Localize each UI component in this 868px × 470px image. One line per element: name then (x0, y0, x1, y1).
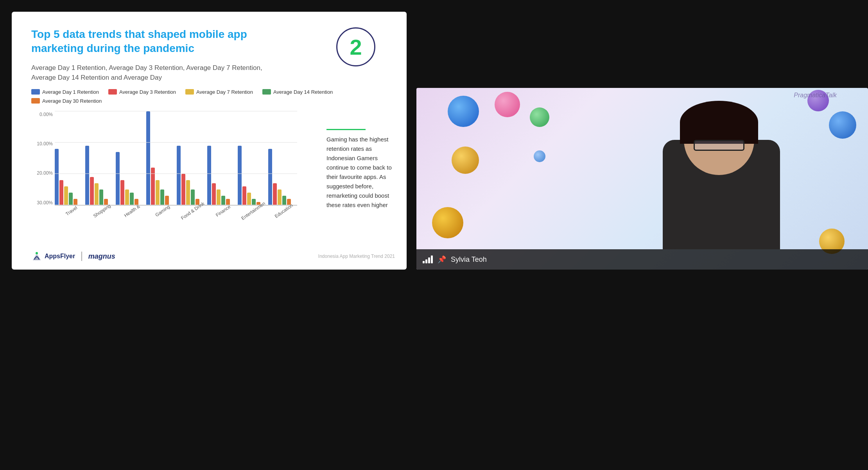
decorative-ball-blue-top (448, 96, 479, 127)
grid-line-mid1 (55, 142, 297, 143)
decorative-ball-pink (495, 92, 520, 117)
signal-bar-3 (428, 257, 430, 263)
legend-label-day1: Average Day 1 Retention (42, 89, 99, 95)
bar-travel-d7 (64, 186, 68, 205)
decorative-ball-gold-bottom (432, 207, 463, 238)
category-gaming (146, 111, 175, 205)
slide-title: Top 5 data trends that shaped mobile app… (31, 27, 274, 56)
category-education (268, 149, 297, 205)
chart-annotation: Gaming has the highest retention rates a… (326, 129, 395, 210)
slide-footer: AppsFlyer magnus Indonesia App Marketing… (31, 251, 395, 262)
category-health (116, 152, 145, 205)
bar-ent-d7 (247, 193, 251, 205)
bar-finance-d14 (221, 196, 225, 205)
person-area (583, 97, 848, 249)
legend-color-day7 (185, 89, 194, 95)
bar-finance-d3 (212, 183, 216, 205)
y-label-10: 10.00% (31, 141, 53, 147)
bar-health-d1 (116, 152, 120, 205)
logo-divider (81, 252, 82, 261)
logo-area: AppsFlyer magnus (31, 251, 115, 262)
annotation-text: Gaming has the highest retention rates a… (326, 135, 395, 210)
bar-edu-d14 (282, 196, 286, 205)
legend-color-day14 (262, 89, 271, 95)
speaker-name: Sylvia Teoh (451, 256, 487, 264)
decorative-ball-small-blue (534, 150, 545, 162)
chart-bars-area (55, 112, 297, 206)
bar-ent-d3 (242, 186, 246, 205)
bottom-area (0, 271, 868, 470)
magnus-logo: magnus (88, 252, 115, 261)
bar-health-d3 (120, 180, 124, 205)
bar-travel-d3 (59, 180, 63, 205)
chart-x-axis: Travel Shopping Health & Gaming Food & D… (55, 209, 297, 214)
category-food (177, 146, 206, 205)
legend-item-day7: Average Day 7 Retention (185, 89, 253, 95)
chart-legend: Average Day 1 Retention Average Day 3 Re… (31, 89, 387, 104)
svg-marker-1 (33, 255, 41, 260)
bar-finance-d7 (217, 189, 221, 205)
main-container: Top 5 data trends that shaped mobile app… (0, 0, 868, 470)
video-feed: PragmaticaTalk (416, 88, 868, 270)
chart-y-axis: 30.00% 20.00% 10.00% 0.00% (31, 112, 53, 206)
person-head (684, 105, 754, 175)
slide-subtitle: Average Day 1 Retention, Average Day 3 R… (31, 63, 266, 83)
legend-label-day7: Average Day 7 Retention (196, 89, 253, 95)
signal-bar-4 (431, 256, 433, 263)
bar-shopping-d3 (90, 177, 94, 205)
bar-ent-d14 (252, 199, 256, 205)
bar-shopping-d14 (99, 189, 103, 205)
legend-label-day14: Average Day 14 Retention (273, 89, 333, 95)
grid-line-mid2 (55, 173, 297, 174)
bar-health-d7 (125, 189, 129, 205)
chart-wrapper: 30.00% 20.00% 10.00% 0.00% (31, 112, 297, 221)
category-entertainment (238, 146, 267, 205)
legend-label-day30: Average Day 30 Retention (42, 98, 102, 104)
person-hair (680, 101, 758, 144)
person-glasses (694, 140, 744, 151)
bar-food-d1 (177, 146, 181, 205)
y-label-0: 0.00% (31, 112, 53, 117)
signal-bar-1 (423, 261, 425, 263)
legend-color-day1 (31, 89, 40, 95)
category-travel (55, 149, 84, 205)
appsflyer-icon (31, 251, 42, 262)
bar-health-d14 (130, 193, 134, 205)
bar-food-d14 (191, 189, 195, 205)
appsflyer-text: AppsFlyer (45, 253, 75, 260)
decorative-ball-gold-mid (452, 147, 479, 174)
pin-icon: 📌 (438, 255, 446, 264)
bar-shopping-d7 (95, 183, 99, 205)
number-badge: 2 (336, 27, 375, 66)
video-content: PragmaticaTalk (416, 88, 868, 270)
category-shopping (85, 146, 114, 205)
bar-edu-d7 (278, 189, 282, 205)
bar-gaming-d14 (160, 189, 164, 205)
y-label-30: 30.00% (31, 200, 53, 206)
bar-edu-d1 (268, 149, 272, 205)
legend-color-day30 (31, 98, 40, 104)
appsflyer-logo: AppsFlyer (31, 251, 75, 262)
category-finance (207, 146, 236, 205)
legend-item-day3: Average Day 3 Retention (108, 89, 176, 95)
grid-line-top (55, 111, 297, 111)
legend-item-day14: Average Day 14 Retention (262, 89, 333, 95)
bar-finance-d1 (207, 146, 211, 205)
bar-shopping-d1 (85, 146, 89, 205)
bar-gaming-d1 (146, 111, 150, 205)
legend-item-day30: Average Day 30 Retention (31, 98, 102, 104)
bar-edu-d3 (273, 183, 277, 205)
legend-color-day3 (108, 89, 117, 95)
bar-travel-d1 (55, 149, 59, 205)
bar-food-d3 (181, 174, 185, 205)
bar-food-d7 (186, 180, 190, 205)
legend-item-day1: Average Day 1 Retention (31, 89, 99, 95)
signal-bar-2 (425, 259, 427, 263)
bar-travel-d14 (69, 193, 73, 205)
y-label-20: 20.00% (31, 170, 53, 176)
slide-area: Top 5 data trends that shaped mobile app… (12, 12, 407, 270)
bar-gaming-d7 (156, 180, 160, 205)
svg-point-2 (36, 252, 38, 254)
name-badge: 📌 Sylvia Teoh (416, 249, 868, 270)
decorative-ball-green (530, 107, 549, 127)
